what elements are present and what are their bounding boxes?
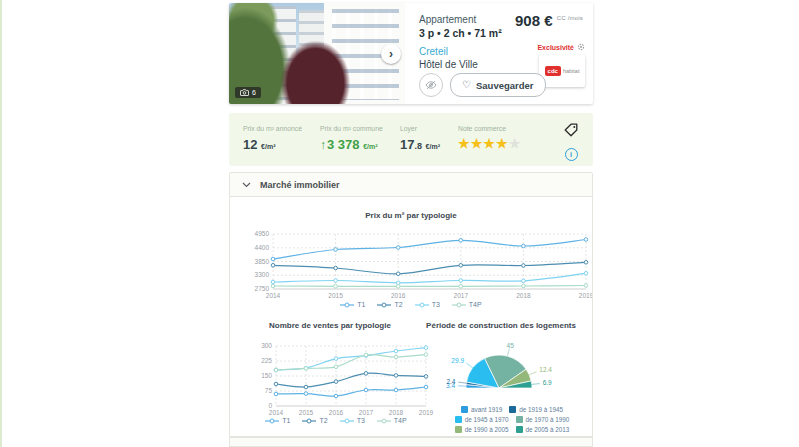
market-section-header[interactable]: Marché immobilier [229,172,593,197]
chart2-title: Nombre de ventes par typologie [230,321,430,330]
stat-value: 17 [400,137,414,152]
stat-label: Prix du m² commune [320,125,383,132]
agency-logo-mark: cdc [545,66,561,76]
city-link[interactable]: Creteil [419,46,448,57]
property-specs: 3 p • 2 ch • 71 m² [419,27,502,39]
star-icon: ★ [458,136,471,151]
pie-legend-item[interactable]: avant 1919 [461,406,502,413]
stat-price-announced: Prix du m² annoncé 12 €/m² [243,125,302,152]
star-icon: ★ [496,136,509,151]
stats-bar: Prix du m² annoncé 12 €/m² Prix du m² co… [229,113,593,166]
photo-count: 6 [252,89,256,96]
listing-actions: ♡ Sauvegarder [419,73,546,97]
svg-text:2018: 2018 [516,292,531,299]
pie-legend: avant 1919de 1919 à 1945de 1945 à 1970de… [434,406,590,433]
stat-price-commune: Prix du m² commune ↑3 378 €/m² [320,125,383,152]
photo-count-badge: 6 [235,87,261,98]
price-value: 908 € [515,12,553,29]
svg-text:6.9: 6.9 [543,379,552,386]
pie-legend-item[interactable]: de 1919 à 1945 [509,406,563,413]
agency-logo-name: habitat [563,68,580,74]
page-edge-accent [0,0,2,447]
eye-slash-icon [425,80,437,90]
district-label: Hôtel de Ville [419,59,478,70]
star-icon: ★ [509,136,522,151]
save-button-label: Sauvegarder [476,80,534,91]
next-section-header-partial[interactable] [229,437,593,447]
exclusivity-label: Exclusivité [537,44,574,51]
svg-text:2.4: 2.4 [446,378,455,385]
svg-text:45: 45 [507,342,515,349]
save-button[interactable]: ♡ Sauvegarder [450,73,546,97]
svg-text:2750: 2750 [255,285,270,292]
star-icon: ★ [483,136,496,151]
agency-logo: cdc habitat [539,55,585,87]
stat-rent: Loyer 17.8 €/m² [400,125,440,152]
legend-item-T4P[interactable]: T4P [377,417,407,424]
exclusivity-badge: Exclusivité [533,43,585,51]
pie-legend-item[interactable]: de 1990 à 2005 [455,426,509,433]
photo-next-button[interactable]: › [381,44,401,64]
listing-photo[interactable]: 6 › [229,3,405,104]
property-type: Appartement [419,14,476,25]
svg-text:2018: 2018 [389,409,404,416]
svg-text:2016: 2016 [391,292,406,299]
listing-card: 6 › Appartement 3 p • 2 ch • 71 m² Crete… [229,3,593,104]
legend-item-T3[interactable]: T3 [415,301,440,308]
svg-text:2019: 2019 [579,292,592,299]
price-label: 908 € CC /mois [515,12,583,29]
star-rating: ★★★★★ [458,137,521,150]
price-suffix: CC /mois [557,15,583,21]
svg-text:4400: 4400 [255,244,270,251]
stat-label: Prix du m² annoncé [243,125,302,132]
pie-legend-item[interactable]: de 1945 à 1970 [455,416,509,423]
stat-value: 12 [243,137,257,152]
market-section-title: Marché immobilier [260,180,340,190]
chart1-title: Prix du m² par typologie [230,211,592,220]
trend-up-icon: ↑ [320,138,326,152]
info-icon[interactable]: i [565,148,578,161]
svg-text:0: 0 [268,402,272,409]
construction-period-pie: 3.42.429.94512.46.9 [442,336,594,398]
heart-icon: ♡ [462,80,471,90]
pie-legend-item[interactable]: de 2005 à 2013 [516,426,570,433]
svg-text:2014: 2014 [266,292,281,299]
svg-text:2014: 2014 [269,409,284,416]
pie-legend-item[interactable]: de 1970 à 1990 [516,416,570,423]
pie-title: Période de construction des logements [416,321,586,330]
gear-icon[interactable] [577,43,585,51]
stat-label: Loyer [400,125,440,132]
svg-text:225: 225 [261,357,272,364]
svg-text:300: 300 [261,342,272,349]
price-typology-chart: 2750330038504400495020142015201620172018… [230,225,592,301]
svg-text:150: 150 [261,372,272,379]
stat-unit: €/m² [261,143,275,150]
stat-value: 3 378 [327,137,360,152]
price-tag-icon[interactable] [563,122,579,138]
svg-text:4950: 4950 [255,230,270,237]
camera-icon [240,89,249,96]
svg-text:12.4: 12.4 [539,366,552,373]
legend-item-T2[interactable]: T2 [377,301,402,308]
legend-item-T4P[interactable]: T4P [452,301,482,308]
svg-text:2019: 2019 [419,409,434,416]
chevron-down-icon [242,182,251,188]
svg-text:2017: 2017 [359,409,374,416]
star-icon: ★ [471,136,484,151]
listing-info: Appartement 3 p • 2 ch • 71 m² Creteil H… [405,3,593,104]
legend-item-T3[interactable]: T3 [340,417,365,424]
svg-text:2017: 2017 [454,292,469,299]
stat-unit: €/m² [363,143,377,150]
legend-item-T1[interactable]: T1 [265,417,290,424]
stats-icons: i [561,122,581,161]
hide-listing-button[interactable] [419,73,443,97]
svg-text:3300: 3300 [255,271,270,278]
legend-item-T2[interactable]: T2 [302,417,327,424]
sales-typology-chart: 075150225300201420152016201720182019 [230,335,442,417]
legend-item-T1[interactable]: T1 [340,301,365,308]
stat-label: Note commerce [458,125,521,132]
stat-decimal: .8 [414,141,422,151]
stat-commerce-rating: Note commerce ★★★★★ [458,125,521,150]
chart1-legend: T1T2T3T4P [230,301,592,308]
svg-text:2016: 2016 [329,409,344,416]
